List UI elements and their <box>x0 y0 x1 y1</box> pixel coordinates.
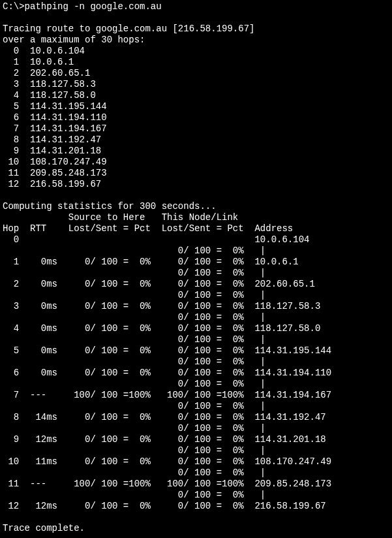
computing-line: Computing statistics for 300 seconds... <box>3 201 217 212</box>
stats-row: 0/ 100 = 0% | <box>3 490 265 500</box>
stats-header: Hop RTT Lost/Sent = Pct Lost/Sent = Pct … <box>3 223 293 234</box>
over-line: over a maximum of 30 hops: <box>3 35 145 45</box>
route-hop: 9 114.31.201.18 <box>3 146 101 156</box>
stats-row: 7 --- 100/ 100 =100% 100/ 100 =100% 114.… <box>3 390 331 400</box>
stats-row: 1 0ms 0/ 100 = 0% 0/ 100 = 0% 10.0.6.1 <box>3 257 299 267</box>
route-hop: 0 10.0.6.104 <box>3 46 85 56</box>
stats-row: 9 12ms 0/ 100 = 0% 0/ 100 = 0% 114.31.20… <box>3 434 326 445</box>
stats-row: 11 --- 100/ 100 =100% 100/ 100 =100% 209… <box>3 479 331 489</box>
route-hop: 6 114.31.194.110 <box>3 112 107 123</box>
route-hop: 7 114.31.194.167 <box>3 123 107 134</box>
stats-row: 0 10.0.6.104 <box>3 234 309 245</box>
route-hop: 4 118.127.58.0 <box>3 90 96 101</box>
stats-header: Source to Here This Node/Link <box>3 212 238 223</box>
stats-row: 0/ 100 = 0% | <box>3 467 265 478</box>
stats-row: 0/ 100 = 0% | <box>3 379 265 389</box>
trace-complete: Trace complete. <box>3 523 85 533</box>
terminal-window[interactable]: C:\>pathping -n google.com.au Tracing ro… <box>0 0 392 538</box>
stats-row: 8 14ms 0/ 100 = 0% 0/ 100 = 0% 114.31.19… <box>3 412 326 422</box>
stats-row: 0/ 100 = 0% | <box>3 268 265 278</box>
tracing-line: Tracing route to google.com.au [216.58.1… <box>3 24 254 34</box>
stats-row: 0/ 100 = 0% | <box>3 312 265 323</box>
route-hop: 1 10.0.6.1 <box>3 57 74 67</box>
command-text: pathping -n google.com.au <box>25 1 162 12</box>
prompt: C:\> <box>3 1 25 12</box>
route-hop: 5 114.31.195.144 <box>3 101 107 112</box>
stats-row: 6 0ms 0/ 100 = 0% 0/ 100 = 0% 114.31.194… <box>3 368 331 378</box>
stats-row: 0/ 100 = 0% | <box>3 445 265 456</box>
stats-row: 0/ 100 = 0% | <box>3 356 265 367</box>
stats-row: 0/ 100 = 0% | <box>3 334 265 345</box>
route-hop: 8 114.31.192.47 <box>3 134 101 145</box>
stats-row: 5 0ms 0/ 100 = 0% 0/ 100 = 0% 114.31.195… <box>3 345 331 356</box>
stats-row: 10 11ms 0/ 100 = 0% 0/ 100 = 0% 108.170.… <box>3 456 331 467</box>
route-hop: 10 108.170.247.49 <box>3 157 107 167</box>
stats-row: 12 12ms 0/ 100 = 0% 0/ 100 = 0% 216.58.1… <box>3 501 326 511</box>
stats-row: 4 0ms 0/ 100 = 0% 0/ 100 = 0% 118.127.58… <box>3 323 320 334</box>
route-hop: 2 202.60.65.1 <box>3 68 90 78</box>
stats-row: 0/ 100 = 0% | <box>3 245 265 256</box>
route-hop: 11 209.85.248.173 <box>3 168 107 178</box>
stats-row: 2 0ms 0/ 100 = 0% 0/ 100 = 0% 202.60.65.… <box>3 279 315 289</box>
stats-row: 0/ 100 = 0% | <box>3 401 265 411</box>
route-hop: 12 216.58.199.67 <box>3 179 101 189</box>
stats-row: 0/ 100 = 0% | <box>3 290 265 300</box>
stats-row: 0/ 100 = 0% | <box>3 423 265 434</box>
stats-row: 3 0ms 0/ 100 = 0% 0/ 100 = 0% 118.127.58… <box>3 301 320 311</box>
route-hop: 3 118.127.58.3 <box>3 79 96 89</box>
